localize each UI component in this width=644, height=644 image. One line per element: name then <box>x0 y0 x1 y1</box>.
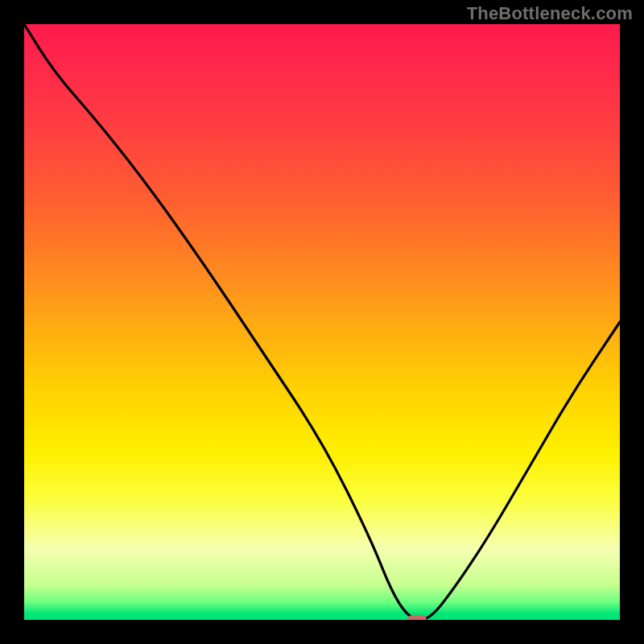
chart-container: TheBottleneck.com <box>0 0 644 644</box>
optimal-marker <box>407 615 427 620</box>
plot-area <box>24 24 620 620</box>
watermark-label: TheBottleneck.com <box>467 3 633 24</box>
bottleneck-curve <box>24 24 620 620</box>
curve-path <box>24 24 620 620</box>
